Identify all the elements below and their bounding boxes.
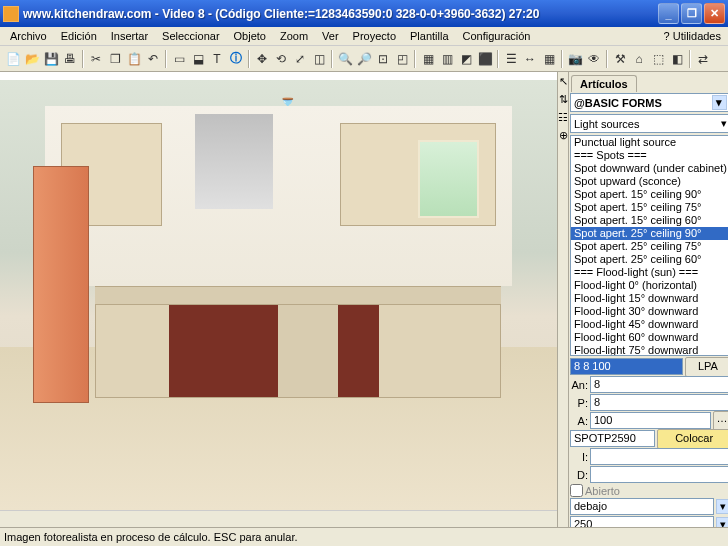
menu-zoom[interactable]: Zoom <box>273 28 315 44</box>
app-icon <box>3 6 19 22</box>
list-item[interactable]: Spot apert. 15° ceiling 75° <box>571 201 728 214</box>
print-icon[interactable]: 🖶 <box>61 50 79 68</box>
text-icon[interactable]: T <box>208 50 226 68</box>
door-icon[interactable]: ⬓ <box>189 50 207 68</box>
list-item[interactable]: Spot apert. 15° ceiling 60° <box>571 214 728 227</box>
catalog-dropdown[interactable]: @BASIC FORMS▾ <box>570 93 728 112</box>
menu-utilidades[interactable]: ? Utilidades <box>657 28 728 44</box>
tool-c-icon[interactable]: ⬚ <box>649 50 667 68</box>
info-icon[interactable]: ⓘ <box>227 50 245 68</box>
category-dropdown[interactable]: Light sources▾ <box>570 114 728 133</box>
chevron-down-icon[interactable]: ▾ <box>721 117 727 130</box>
new-icon[interactable]: 📄 <box>4 50 22 68</box>
zoom-in-icon[interactable]: 🔍 <box>336 50 354 68</box>
list-item[interactable]: Spot apert. 15° ceiling 90° <box>571 188 728 201</box>
cut-icon[interactable]: ✂ <box>87 50 105 68</box>
list-item[interactable]: Spot apert. 25° ceiling 90° <box>571 227 728 240</box>
zoom-out-icon[interactable]: 🔎 <box>355 50 373 68</box>
list-item[interactable]: Flood-light 15° downward <box>571 292 728 305</box>
vcursor-icon[interactable]: ↖ <box>558 72 568 90</box>
tab-articulos[interactable]: Artículos <box>571 75 637 92</box>
an-field[interactable]: 8 <box>590 376 728 393</box>
view-plan-icon[interactable]: ▦ <box>419 50 437 68</box>
dim-icon[interactable]: ↔ <box>521 50 539 68</box>
close-button[interactable]: ✕ <box>704 3 725 24</box>
list-item[interactable]: Spot downward (under cabinet) <box>571 162 728 175</box>
grid-icon[interactable]: ▦ <box>540 50 558 68</box>
vorigin-icon[interactable]: ⊕ <box>558 126 568 144</box>
list-item[interactable]: Flood-light 30° downward <box>571 305 728 318</box>
copy-icon[interactable]: ❐ <box>106 50 124 68</box>
list-item[interactable]: Flood-light 75° downward <box>571 344 728 356</box>
view-elev-icon[interactable]: ▥ <box>438 50 456 68</box>
tool-d-icon[interactable]: ◧ <box>668 50 686 68</box>
list-item[interactable]: Flood-light 0° (horizontal) <box>571 279 728 292</box>
zoom-fit-icon[interactable]: ⊡ <box>374 50 392 68</box>
tool-b-icon[interactable]: ⌂ <box>630 50 648 68</box>
list-item[interactable]: Punctual light source <box>571 136 728 149</box>
dup-icon[interactable]: ◫ <box>310 50 328 68</box>
vtoggle-icon[interactable]: ⇅ <box>558 90 568 108</box>
a-more-button[interactable]: … <box>713 411 728 431</box>
dims-field[interactable]: 8 8 100 <box>570 358 683 375</box>
h-scrollbar[interactable] <box>0 510 557 527</box>
view-3d-icon[interactable]: ⬛ <box>476 50 494 68</box>
menu-seleccionar[interactable]: Seleccionar <box>155 28 226 44</box>
status-text: Imagen fotorealista en proceso de cálcul… <box>4 531 298 543</box>
menu-bar: Archivo Edición Insertar Seleccionar Obj… <box>0 27 728 46</box>
ref-field[interactable]: SPOTP2590 <box>570 430 655 447</box>
menu-objeto[interactable]: Objeto <box>227 28 273 44</box>
list-item[interactable]: Spot upward (sconce) <box>571 175 728 188</box>
kitchen-render: ⌛ <box>0 80 557 510</box>
view-persp-icon[interactable]: ◩ <box>457 50 475 68</box>
menu-plantilla[interactable]: Plantilla <box>403 28 456 44</box>
colocar-button[interactable]: Colocar <box>657 429 728 449</box>
paste-icon[interactable]: 📋 <box>125 50 143 68</box>
d-field[interactable] <box>590 466 728 483</box>
tool-a-icon[interactable]: ⚒ <box>611 50 629 68</box>
list-item[interactable]: === Spots === <box>571 149 728 162</box>
window-title: www.kitchendraw.com - Video 8 - (Código … <box>23 7 658 21</box>
menu-configuracion[interactable]: Configuración <box>456 28 538 44</box>
i-field[interactable] <box>590 448 728 465</box>
chevron-down-icon[interactable]: ▾ <box>712 95 727 110</box>
menu-archivo[interactable]: Archivo <box>3 28 54 44</box>
undo-icon[interactable]: ↶ <box>144 50 162 68</box>
viewport-3d[interactable]: ⌛ <box>0 72 557 527</box>
a-field[interactable]: 100 <box>590 412 711 429</box>
render-icon[interactable]: 📷 <box>566 50 584 68</box>
menu-proyecto[interactable]: Proyecto <box>346 28 403 44</box>
list-item[interactable]: Spot apert. 25° ceiling 60° <box>571 253 728 266</box>
list-item[interactable]: Flood-light 60° downward <box>571 331 728 344</box>
maximize-button[interactable]: ❐ <box>681 3 702 24</box>
scale-icon[interactable]: ⤢ <box>291 50 309 68</box>
save-icon[interactable]: 💾 <box>42 50 60 68</box>
abierto-label: Abierto <box>585 485 620 497</box>
zoom-prev-icon[interactable]: ◰ <box>393 50 411 68</box>
i-label: I: <box>570 451 588 463</box>
menu-ver[interactable]: Ver <box>315 28 346 44</box>
wall-icon[interactable]: ▭ <box>170 50 188 68</box>
list-item[interactable]: Flood-light 45° downward <box>571 318 728 331</box>
p-label: P: <box>570 397 588 409</box>
open-icon[interactable]: 📂 <box>23 50 41 68</box>
mirror-icon[interactable]: ⇄ <box>694 50 712 68</box>
menu-edicion[interactable]: Edición <box>54 28 104 44</box>
debajo-field[interactable]: debajo <box>570 498 714 515</box>
rotate-icon[interactable]: ⟲ <box>272 50 290 68</box>
abierto-checkbox[interactable] <box>570 484 583 497</box>
chevron-down-icon[interactable]: ▾ <box>716 499 728 514</box>
an-label: An: <box>570 379 588 391</box>
layers-icon[interactable]: ☰ <box>502 50 520 68</box>
status-bar: Imagen fotorealista en proceso de cálcul… <box>0 527 728 546</box>
menu-insertar[interactable]: Insertar <box>104 28 155 44</box>
vtree-icon[interactable]: ☷ <box>558 108 568 126</box>
list-item[interactable]: Spot apert. 25° ceiling 75° <box>571 240 728 253</box>
list-item[interactable]: === Flood-light (sun) === <box>571 266 728 279</box>
items-list[interactable]: Punctual light source=== Spots ===Spot d… <box>570 135 728 356</box>
p-field[interactable]: 8 <box>590 394 728 411</box>
move-icon[interactable]: ✥ <box>253 50 271 68</box>
lpa-button[interactable]: LPA <box>685 357 728 377</box>
minimize-button[interactable]: _ <box>658 3 679 24</box>
walk-icon[interactable]: 👁 <box>585 50 603 68</box>
